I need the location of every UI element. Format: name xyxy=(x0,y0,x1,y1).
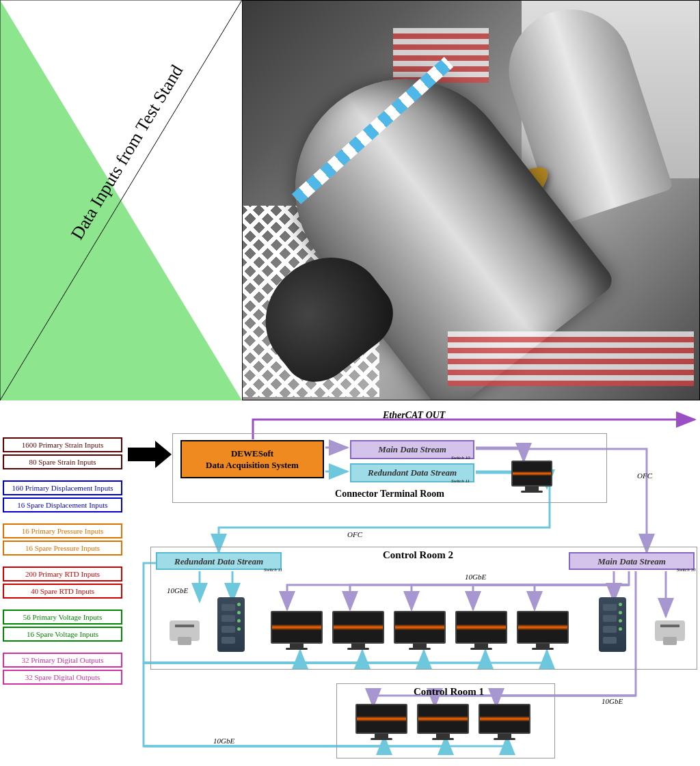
main-stream-right: Main Data Stream xyxy=(569,552,695,570)
switch11-label: Switch 11 xyxy=(451,478,470,484)
control-room-2-label: Control Room 2 xyxy=(383,549,453,561)
inputs-column: 1600 Primary Strain Inputs 80 Spare Stra… xyxy=(3,437,122,696)
volt-primary: 56 Primary Voltage Inputs xyxy=(3,610,122,625)
monitor-conn-room xyxy=(511,461,552,492)
monitor-c2-1 xyxy=(271,611,323,642)
10gbe-mid: 10GbE xyxy=(465,573,486,581)
monitor-c2-4 xyxy=(455,611,507,642)
disp-spare: 16 Spare Displacement Inputs xyxy=(3,497,122,512)
dig-primary: 32 Primary Digital Outputs xyxy=(3,653,122,668)
press-spare: 16 Spare Pressure Inputs xyxy=(3,541,122,556)
switch11-label-2: Switch 11 xyxy=(264,567,282,573)
disp-primary: 160 Primary Displacement Inputs xyxy=(3,480,122,495)
volt-spare: 16 Spare Voltage Inputs xyxy=(3,627,122,642)
server-right xyxy=(599,597,626,652)
dewesoft-box: DEWESoft Data Acquisition System xyxy=(180,440,324,478)
test-stand-photo xyxy=(242,0,700,400)
ethercat-label: EtherCAT OUT xyxy=(383,410,445,421)
monitor-c2-5 xyxy=(517,611,569,642)
monitor-c1-1 xyxy=(355,704,407,735)
rtd-primary: 200 Primary RTD Inputs xyxy=(3,566,122,582)
control-room-1-label: Control Room 1 xyxy=(414,686,484,698)
dig-spare: 32 Spare Digital Outputs xyxy=(3,670,122,685)
dewesoft-line1: DEWESoft xyxy=(182,448,323,460)
server-left xyxy=(217,597,245,652)
strain-primary: 1600 Primary Strain Inputs xyxy=(3,437,122,452)
svg-marker-0 xyxy=(0,0,242,400)
dewesoft-line2: Data Acquisition System xyxy=(182,460,323,471)
printer-left xyxy=(170,620,200,641)
redundant-stream-left: Redundant Data Stream xyxy=(156,552,282,570)
ofc-right: OFC xyxy=(637,471,652,480)
ofc-left: OFC xyxy=(347,530,362,538)
press-primary: 16 Primary Pressure Inputs xyxy=(3,523,122,538)
switch10-label-2: Switch 10 xyxy=(677,567,695,573)
10gbe-right: 10GbE xyxy=(602,697,623,705)
monitor-c1-3 xyxy=(479,704,530,735)
switch10-label: Switch 10 xyxy=(451,455,470,461)
triangle-border xyxy=(0,0,242,400)
printer-right xyxy=(655,620,685,641)
monitor-c2-2 xyxy=(332,611,384,642)
10gbe-left: 10GbE xyxy=(167,586,188,594)
connector-room-label: Connector Terminal Room xyxy=(335,489,444,500)
monitor-c1-2 xyxy=(417,704,469,735)
monitor-c2-3 xyxy=(394,611,446,642)
rtd-spare: 40 Spare RTD Inputs xyxy=(3,584,122,599)
10gbe-bot: 10GbE xyxy=(213,737,234,745)
strain-spare: 80 Spare Strain Inputs xyxy=(3,454,122,469)
